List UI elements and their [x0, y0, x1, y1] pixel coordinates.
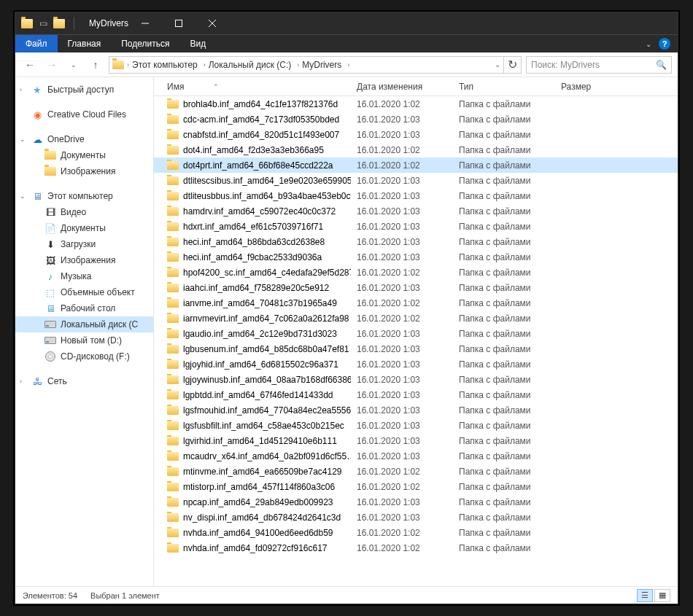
titlebar[interactable]: ▭ MyDrivers: [15, 12, 678, 34]
table-row[interactable]: lgbusenum.inf_amd64_b85dc68b0a47ef8116.0…: [154, 341, 678, 356]
sidebar-onedrive-pics[interactable]: Изображения: [15, 163, 153, 179]
file-date: 16.01.2020 1:02: [351, 313, 453, 324]
tab-view[interactable]: Вид: [179, 35, 216, 52]
table-row[interactable]: npcap.inf_amd64_29ab849edb00992316.01.20…: [154, 494, 678, 510]
crumb-2[interactable]: MyDrivers: [302, 60, 341, 70]
ribbon: Файл Главная Поделиться Вид ⌄ ?: [15, 34, 678, 52]
table-row[interactable]: dot4.inf_amd64_f2d3e3a3eb366a9516.01.202…: [154, 142, 678, 157]
sidebar-drive-d[interactable]: Новый том (D:): [15, 332, 153, 348]
table-row[interactable]: lgpbtdd.inf_amd64_67f46fed141433dd16.01.…: [154, 387, 678, 402]
col-name[interactable]: Имя⌃: [161, 82, 351, 92]
file-name: mtistorp.inf_amd64_457f114f860a3c06: [183, 482, 335, 492]
tab-share[interactable]: Поделиться: [111, 35, 179, 52]
file-type: Папка с файлами: [453, 421, 555, 431]
table-row[interactable]: lgsfusbfilt.inf_amd64_c58ae453c0b215ec16…: [154, 418, 678, 433]
ribbon-expand-icon[interactable]: ⌄: [646, 40, 651, 48]
table-row[interactable]: hamdrv.inf_amd64_c59072ec40c0c37216.01.2…: [154, 203, 678, 219]
column-headers[interactable]: Имя⌃ Дата изменения Тип Размер: [154, 77, 678, 96]
table-row[interactable]: iarnvmevirt.inf_amd64_7c062a0a2612fa9816…: [154, 311, 678, 326]
sidebar-network[interactable]: ›🖧Сеть: [15, 373, 153, 389]
table-row[interactable]: lgaudio.inf_amd64_2c12e9bd731d302316.01.…: [154, 326, 678, 341]
file-name: npcap.inf_amd64_29ab849edb009923: [183, 497, 333, 507]
table-row[interactable]: hpof4200_sc.inf_amd64_c4edafa29ef5d28716…: [154, 265, 678, 280]
file-date: 16.01.2020 1:03: [351, 390, 453, 400]
address-bar[interactable]: ›Этот компьютер ›Локальный диск (C:) ›My…: [109, 56, 504, 74]
table-row[interactable]: heci.inf_amd64_b86bda63cd2638e816.01.202…: [154, 234, 678, 249]
crumb-0[interactable]: Этот компьютер: [132, 60, 198, 70]
table-row[interactable]: dot4prt.inf_amd64_66bf68e45ccd222a16.01.…: [154, 157, 678, 173]
table-row[interactable]: hdxrt.inf_amd64_ef61c57039716f7116.01.20…: [154, 219, 678, 234]
folder-icon: [167, 313, 179, 324]
view-icons-button[interactable]: ▦: [654, 589, 670, 602]
table-row[interactable]: nvhda.inf_amd64_fd09272cf916c61716.01.20…: [154, 540, 678, 555]
table-row[interactable]: lgjoywinusb.inf_amd64_08aa7b168df6638616…: [154, 372, 678, 387]
sidebar-videos[interactable]: 🎞Видео: [15, 204, 153, 220]
sidebar-documents[interactable]: 📄Документы: [15, 220, 153, 236]
table-row[interactable]: brohla4b.inf_amd64_4c1fe137f821376d16.01…: [154, 96, 678, 112]
cd-icon: [44, 351, 56, 362]
table-row[interactable]: mcaudrv_x64.inf_amd64_0a2bf091d6cf55…16.…: [154, 448, 678, 464]
cloud-icon: ☁: [31, 133, 43, 145]
table-row[interactable]: lgjoyhid.inf_amd64_6d6815502c96a37116.01…: [154, 356, 678, 372]
file-type: Папка с файлами: [453, 237, 555, 247]
table-row[interactable]: nv_dispi.inf_amd64_db678424d2641c3d16.01…: [154, 510, 678, 525]
help-icon[interactable]: ?: [659, 38, 670, 50]
search-input[interactable]: Поиск: MyDrivers 🔍: [526, 56, 672, 74]
sidebar-3d[interactable]: ⬚Объемные объект: [15, 284, 153, 300]
folder-icon: [112, 59, 124, 71]
table-row[interactable]: cdc-acm.inf_amd64_7c173df05350bded16.01.…: [154, 112, 678, 127]
col-date[interactable]: Дата изменения: [351, 82, 453, 92]
sidebar-downloads[interactable]: ⬇Загрузки: [15, 236, 153, 252]
address-dropdown-icon[interactable]: ⌄: [495, 61, 500, 69]
file-list[interactable]: brohla4b.inf_amd64_4c1fe137f821376d16.01…: [154, 96, 678, 586]
table-row[interactable]: lgvirhid.inf_amd64_1d45129410e6b11116.01…: [154, 433, 678, 448]
sidebar-cd[interactable]: CD-дисковод (F:): [15, 348, 153, 364]
refresh-button[interactable]: ↻: [504, 56, 522, 74]
video-icon: 🎞: [44, 206, 56, 218]
up-button[interactable]: ↑: [87, 56, 104, 74]
file-date: 16.01.2020 1:03: [351, 176, 453, 186]
sidebar-quick-access[interactable]: ›★Быстрый доступ: [15, 82, 153, 98]
forward-button[interactable]: →: [43, 56, 61, 74]
file-date: 16.01.2020 1:03: [351, 497, 453, 507]
file-name: hdxrt.inf_amd64_ef61c57039716f71: [183, 222, 323, 232]
sidebar-pictures[interactable]: 🖼Изображения: [15, 252, 153, 268]
file-name: heci.inf_amd64_f9cbac2533d9036a: [183, 252, 322, 262]
table-row[interactable]: mtistorp.inf_amd64_457f114f860a3c0616.01…: [154, 479, 678, 494]
sidebar-creative-cloud[interactable]: ◉Creative Cloud Files: [15, 106, 153, 122]
table-row[interactable]: dtlitescsibus.inf_amd64_1e9e0203e659905c…: [154, 173, 678, 188]
sidebar-desktop[interactable]: 🖥Рабочий стол: [15, 300, 153, 316]
table-row[interactable]: dtliteusbbus.inf_amd64_b93a4bae453eb0cf1…: [154, 188, 678, 203]
file-name: iarnvmevirt.inf_amd64_7c062a0a2612fa98: [183, 313, 349, 324]
qat-properties-icon[interactable]: ▭: [37, 17, 49, 29]
qat-newfolder-icon[interactable]: [53, 17, 65, 29]
file-date: 16.01.2020 1:03: [351, 512, 453, 523]
tab-file[interactable]: Файл: [15, 35, 58, 52]
col-type[interactable]: Тип: [453, 82, 555, 92]
table-row[interactable]: nvhda.inf_amd64_94100ed6eed6db5916.01.20…: [154, 525, 678, 540]
back-button[interactable]: ←: [21, 56, 39, 74]
minimize-button[interactable]: [128, 12, 162, 34]
maximize-button[interactable]: [162, 12, 195, 34]
table-row[interactable]: mtinvme.inf_amd64_ea66509be7ac412916.01.…: [154, 464, 678, 479]
sidebar-this-pc[interactable]: ⌄🖥Этот компьютер: [15, 188, 153, 204]
table-row[interactable]: iaahci.inf_amd64_f758289e20c5e91216.01.2…: [154, 280, 678, 295]
table-row[interactable]: ianvme.inf_amd64_70481c37b1965a4916.01.2…: [154, 295, 678, 311]
file-name: dtlitescsibus.inf_amd64_1e9e0203e659905c: [183, 176, 351, 186]
navigation-pane[interactable]: ›★Быстрый доступ ◉Creative Cloud Files ⌄…: [15, 77, 154, 586]
sidebar-music[interactable]: ♪Музыка: [15, 268, 153, 284]
recent-dropdown[interactable]: ⌄: [65, 56, 82, 74]
col-size[interactable]: Размер: [555, 82, 621, 92]
view-details-button[interactable]: ☰: [637, 589, 653, 602]
tab-home[interactable]: Главная: [58, 35, 112, 52]
crumb-1[interactable]: Локальный диск (C:): [209, 60, 292, 70]
table-row[interactable]: lgsfmouhid.inf_amd64_7704a84ec2ea555616.…: [154, 402, 678, 418]
file-type: Папка с файлами: [453, 512, 555, 523]
sidebar-onedrive-docs[interactable]: Документы: [15, 147, 153, 163]
close-button[interactable]: [195, 12, 229, 34]
sidebar-onedrive[interactable]: ⌄☁OneDrive: [15, 131, 153, 147]
table-row[interactable]: heci.inf_amd64_f9cbac2533d9036a16.01.202…: [154, 249, 678, 265]
file-date: 16.01.2020 1:03: [351, 222, 453, 232]
table-row[interactable]: cnabfstd.inf_amd64_820d51c1f493e00716.01…: [154, 127, 678, 142]
sidebar-drive-c[interactable]: Локальный диск (C: [15, 316, 153, 332]
